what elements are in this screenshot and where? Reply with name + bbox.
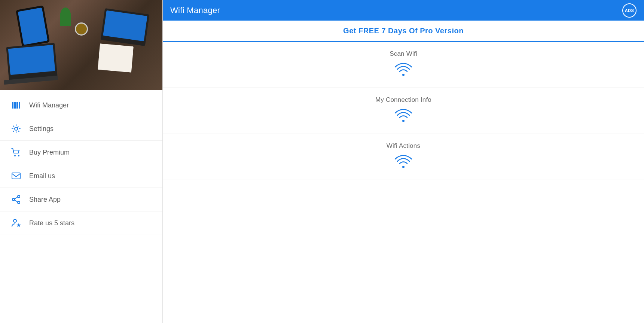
svg-point-6 xyxy=(18,155,19,156)
menu-card-scan-wifi[interactable]: Scan Wifi xyxy=(163,42,644,88)
svg-marker-14 xyxy=(16,223,21,227)
app-title: Wifi Manager xyxy=(170,6,220,15)
svg-rect-3 xyxy=(19,102,20,109)
svg-point-16 xyxy=(402,120,405,122)
svg-point-17 xyxy=(402,166,405,168)
sidebar: Wifi Manager Settings Buy Premium xyxy=(0,0,163,323)
wifi-actions-icon xyxy=(394,153,412,171)
svg-rect-0 xyxy=(12,102,13,109)
sidebar-item-label-buy-premium: Buy Premium xyxy=(29,149,70,156)
rate-icon xyxy=(11,218,21,228)
svg-rect-7 xyxy=(12,173,20,179)
promo-text: Get FREE 7 Days Of Pro Version xyxy=(343,27,464,35)
sidebar-item-email-us[interactable]: Email us xyxy=(0,164,162,188)
svg-rect-1 xyxy=(14,102,16,109)
sidebar-item-share-app[interactable]: Share App xyxy=(0,188,162,211)
header: Wifi Manager ADS xyxy=(163,0,644,21)
my-connection-info-label: My Connection Info xyxy=(375,96,431,104)
sidebar-item-label-rate-us: Rate us 5 stars xyxy=(29,219,74,227)
sidebar-item-label-wifi-manager: Wifi Manager xyxy=(29,101,69,109)
svg-line-12 xyxy=(15,200,18,202)
share-icon xyxy=(11,195,21,204)
main-content: Wifi Manager ADS Get FREE 7 Days Of Pro … xyxy=(163,0,644,323)
sidebar-item-rate-us[interactable]: Rate us 5 stars xyxy=(0,211,162,235)
email-icon xyxy=(11,171,21,181)
menu-cards-container: Scan Wifi My Connection Info Wifi Action… xyxy=(163,42,644,183)
ads-badge[interactable]: ADS xyxy=(622,3,637,18)
wifi-manager-icon xyxy=(11,100,21,110)
wifi-actions-label: Wifi Actions xyxy=(387,142,420,150)
svg-point-9 xyxy=(18,201,20,204)
svg-point-10 xyxy=(12,198,15,201)
empty-area xyxy=(163,183,644,323)
svg-point-5 xyxy=(14,155,16,156)
sidebar-item-label-email-us: Email us xyxy=(29,172,55,180)
svg-line-11 xyxy=(15,197,18,199)
cart-icon xyxy=(11,147,21,157)
svg-point-4 xyxy=(15,127,18,130)
svg-point-15 xyxy=(402,74,405,76)
sidebar-nav: Wifi Manager Settings Buy Premium xyxy=(0,90,162,323)
sidebar-item-wifi-manager[interactable]: Wifi Manager xyxy=(0,94,162,117)
sidebar-item-label-settings: Settings xyxy=(29,125,54,133)
scan-wifi-icon xyxy=(394,61,412,79)
menu-card-wifi-actions[interactable]: Wifi Actions xyxy=(163,134,644,180)
svg-point-8 xyxy=(18,195,20,198)
sidebar-item-buy-premium[interactable]: Buy Premium xyxy=(0,141,162,164)
settings-icon xyxy=(11,124,21,134)
sidebar-item-label-share-app: Share App xyxy=(29,196,61,204)
svg-rect-2 xyxy=(16,102,18,109)
promo-banner[interactable]: Get FREE 7 Days Of Pro Version xyxy=(163,21,644,42)
my-connection-info-icon xyxy=(394,107,412,125)
menu-card-my-connection-info[interactable]: My Connection Info xyxy=(163,88,644,134)
sidebar-item-settings[interactable]: Settings xyxy=(0,117,162,141)
sidebar-hero-image xyxy=(0,0,162,90)
scan-wifi-label: Scan Wifi xyxy=(390,50,417,58)
svg-point-13 xyxy=(13,219,16,222)
